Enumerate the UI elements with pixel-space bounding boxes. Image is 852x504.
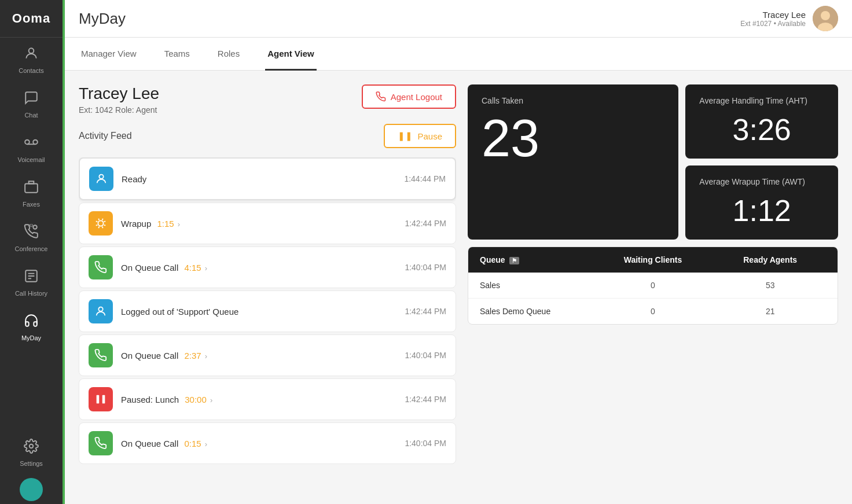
stats-right: Average Handling Time (AHT) 3:26 Average…: [685, 84, 838, 240]
conference-icon: [24, 224, 39, 242]
queue-flag-icon: ⚑: [509, 257, 519, 264]
agent-name: Tracey Lee: [79, 84, 159, 103]
svg-point-8: [33, 225, 37, 229]
svg-point-1: [25, 140, 30, 145]
activity-row: Activity Feed ❚❚ Pause: [79, 124, 456, 148]
feed-status-queue1: On Queue Call 4:15 ›: [121, 263, 396, 273]
header-user-area: Tracey Lee Ext #1027 • Available: [740, 6, 838, 31]
contacts-icon: [24, 46, 39, 64]
header-user-ext: Ext #1027 • Available: [740, 20, 806, 28]
tab-manager-view[interactable]: Manager View: [79, 38, 139, 71]
callhistory-icon: [24, 268, 39, 287]
sidebar-item-voicemail[interactable]: Voicemail: [0, 127, 63, 171]
tab-agent-view[interactable]: Agent View: [265, 38, 317, 71]
feed-icon-ready: [89, 167, 113, 191]
faxes-icon: [24, 179, 39, 198]
sidebar-accent-bar: [63, 0, 65, 504]
svg-point-0: [29, 48, 34, 53]
sidebar: Ooma Contacts Chat Voicemail Faxes: [0, 0, 63, 504]
feed-icon-wrapup: [89, 211, 113, 236]
pause-label: Pause: [417, 131, 442, 141]
stat-aht: Average Handling Time (AHT) 3:26: [685, 84, 838, 159]
svg-point-18: [99, 175, 103, 179]
awt-value: 1:12: [699, 193, 824, 228]
activity-feed: Ready 1:44:44 PM Wrapup 1:15 › 1:42:44 P…: [79, 157, 456, 490]
tab-roles[interactable]: Roles: [215, 38, 242, 71]
aht-label: Average Handling Time (AHT): [699, 96, 824, 105]
svg-rect-22: [102, 395, 105, 404]
feed-status-queue2: On Queue Call 2:37 ›: [121, 351, 396, 360]
feed-time-logout: 1:42:44 PM: [405, 307, 446, 316]
feed-time-queue1: 1:40:04 PM: [405, 263, 446, 272]
tab-teams[interactable]: Teams: [162, 38, 192, 71]
app-header: MyDay Tracey Lee Ext #1027 • Available: [65, 0, 852, 38]
queue-table: Queue ⚑ Waiting Clients Ready Agents Sal…: [468, 247, 838, 325]
sidebar-item-conference[interactable]: Conference: [0, 216, 63, 260]
feed-time-queue2: 1:40:04 PM: [405, 351, 446, 360]
feed-status-logout: Logged out of 'Support' Queue: [121, 307, 396, 317]
aht-value: 3:26: [699, 112, 824, 147]
calls-taken-label: Calls Taken: [482, 96, 664, 105]
queue-cell-demo-name: Sales Demo Queue: [480, 307, 592, 316]
feed-status-ready: Ready: [122, 174, 396, 184]
sidebar-item-contacts-label: Contacts: [19, 67, 43, 74]
feed-item-queue3[interactable]: On Queue Call 0:15 › 1:40:04 PM: [79, 422, 456, 464]
feed-time-wrapup: 1:42:44 PM: [405, 219, 446, 228]
feed-item-wrapup[interactable]: Wrapup 1:15 › 1:42:44 PM: [79, 203, 456, 244]
feed-item-ready[interactable]: Ready 1:44:44 PM: [79, 157, 456, 200]
sidebar-item-settings[interactable]: Settings: [0, 431, 63, 475]
pause-button[interactable]: ❚❚ Pause: [384, 124, 456, 148]
header-user-name: Tracey Lee: [740, 10, 806, 20]
feed-item-queue2[interactable]: On Queue Call 2:37 › 1:40:04 PM: [79, 334, 456, 376]
settings-icon: [24, 439, 39, 457]
feed-time-queue3: 1:40:04 PM: [405, 439, 446, 448]
sidebar-item-chat-label: Chat: [24, 112, 38, 119]
stat-awt: Average Wrapup Time (AWT) 1:12: [685, 165, 838, 240]
chat-icon: [24, 90, 39, 109]
svg-point-19: [98, 220, 103, 226]
sidebar-item-callhistory[interactable]: Call History: [0, 260, 63, 305]
queue-cell-sales-waiting: 0: [597, 281, 709, 290]
app-logo: Ooma: [0, 0, 63, 38]
avatar: [813, 6, 838, 31]
awt-label: Average Wrapup Time (AWT): [699, 177, 824, 186]
pause-icon: ❚❚: [398, 131, 413, 141]
queue-row-sales: Sales 0 53: [468, 273, 838, 299]
myday-icon: [24, 313, 39, 332]
agent-ext-role: Ext: 1042 Role: Agent: [79, 105, 159, 115]
queue-cell-demo-waiting: 0: [597, 307, 709, 316]
activity-feed-label: Activity Feed: [79, 131, 132, 141]
feed-item-queue1[interactable]: On Queue Call 4:15 › 1:40:04 PM: [79, 247, 456, 288]
queue-cell-sales-name: Sales: [480, 281, 592, 290]
feed-time-paused: 1:42:44 PM: [405, 395, 446, 404]
sidebar-item-myday-label: MyDay: [21, 334, 41, 341]
svg-rect-21: [97, 395, 100, 404]
queue-table-header: Queue ⚑ Waiting Clients Ready Agents: [468, 247, 838, 273]
sidebar-item-settings-label: Settings: [20, 460, 43, 467]
sidebar-item-faxes[interactable]: Faxes: [0, 171, 63, 216]
queue-cell-sales-ready: 53: [714, 281, 826, 290]
feed-item-logout[interactable]: Logged out of 'Support' Queue 1:42:44 PM: [79, 290, 456, 332]
feed-status-paused: Paused: Lunch 30:00 ›: [121, 395, 396, 404]
agent-logout-button[interactable]: Agent Logout: [362, 84, 456, 109]
header-user-info: Tracey Lee Ext #1027 • Available: [740, 10, 806, 28]
agent-header: Tracey Lee Ext: 1042 Role: Agent Agent L…: [79, 84, 456, 115]
feed-icon-paused: [89, 387, 113, 411]
queue-col-ready: Ready Agents: [714, 255, 826, 264]
page-title: MyDay: [79, 10, 126, 28]
sidebar-item-chat[interactable]: Chat: [0, 82, 63, 127]
queue-cell-demo-ready: 21: [714, 307, 826, 316]
svg-point-20: [98, 307, 102, 311]
svg-point-16: [821, 11, 830, 20]
feed-item-paused[interactable]: Paused: Lunch 30:00 › 1:42:44 PM: [79, 378, 456, 420]
sidebar-item-voicemail-label: Voicemail: [17, 156, 45, 163]
sidebar-item-conference-label: Conference: [15, 245, 48, 252]
sidebar-item-myday[interactable]: MyDay: [0, 305, 63, 350]
svg-point-9: [30, 224, 32, 226]
sidebar-item-faxes-label: Faxes: [23, 201, 40, 208]
right-panel: Calls Taken 23 Average Handling Time (AH…: [468, 84, 838, 490]
content-area: Tracey Lee Ext: 1042 Role: Agent Agent L…: [65, 71, 852, 504]
queue-col-waiting: Waiting Clients: [597, 255, 709, 264]
sidebar-item-contacts[interactable]: Contacts: [0, 38, 63, 82]
stats-row: Calls Taken 23 Average Handling Time (AH…: [468, 84, 838, 240]
